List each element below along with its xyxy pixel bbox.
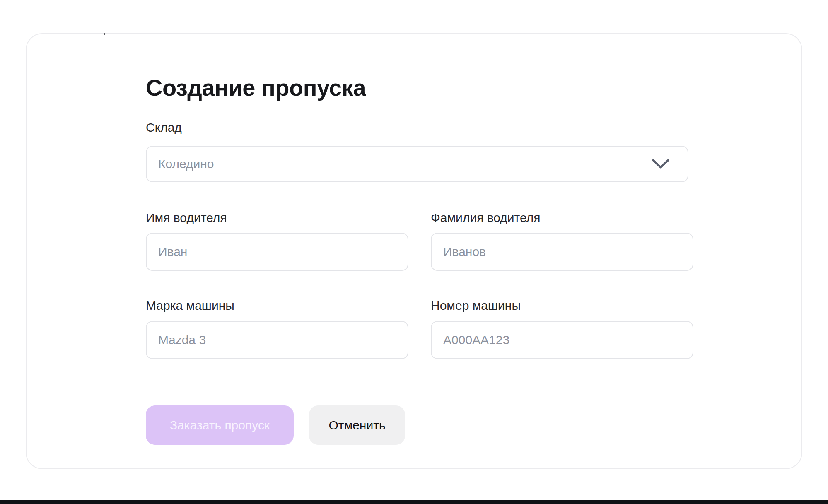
- page: Создание пропуска Склад Коледино Имя вод…: [0, 0, 828, 504]
- driver-first-name-input[interactable]: [146, 233, 408, 271]
- car-number-input[interactable]: [431, 321, 693, 359]
- warehouse-label: Склад: [146, 119, 182, 136]
- car-brand-label: Марка машины: [146, 297, 234, 314]
- page-title: Создание пропуска: [146, 75, 366, 100]
- driver-last-name-label: Фамилия водителя: [431, 210, 540, 226]
- cancel-button[interactable]: Отменить: [309, 405, 405, 445]
- driver-last-name-input[interactable]: [431, 233, 693, 271]
- warehouse-selected-value: Коледино: [158, 157, 214, 171]
- driver-first-name-label: Имя водителя: [146, 210, 227, 226]
- car-brand-input[interactable]: [146, 321, 408, 359]
- bottom-bar: [0, 500, 828, 504]
- card-top-border-artifact: [104, 33, 105, 35]
- order-pass-button[interactable]: Заказать пропуск: [146, 405, 294, 445]
- car-number-label: Номер машины: [431, 297, 521, 314]
- pass-creation-card: Создание пропуска Склад Коледино Имя вод…: [26, 33, 802, 469]
- warehouse-select[interactable]: Коледино: [146, 146, 688, 182]
- chevron-down-icon: [651, 158, 670, 170]
